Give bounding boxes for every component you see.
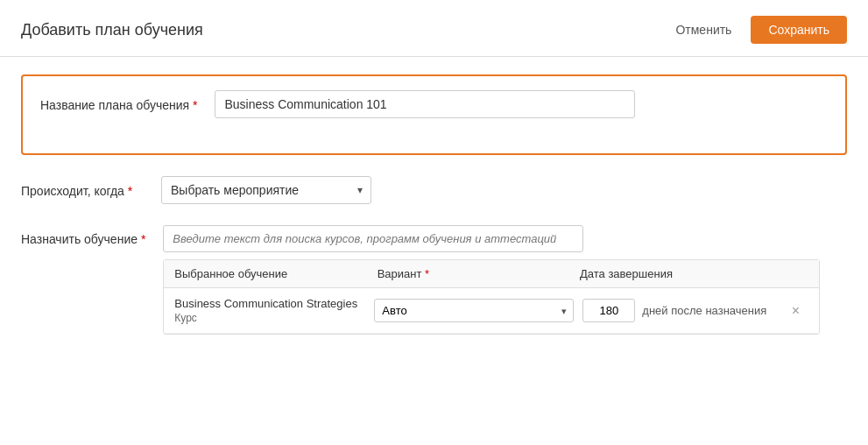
variant-select[interactable]: Авто [374,299,574,322]
plan-name-label: Название плана обучения * [40,90,215,115]
page-title: Добавить план обучения [21,21,203,39]
col-date-header: Дата завершения [580,267,782,280]
when-required: * [128,184,132,198]
assign-label: Назначить обучение * [21,225,163,246]
assign-content: Выбранное обучение Вариант * Дата заверш… [163,225,847,335]
header-actions: Отменить Сохранить [667,16,847,44]
training-table: Выбранное обучение Вариант * Дата заверш… [163,259,820,335]
table-header: Выбранное обучение Вариант * Дата заверш… [164,260,819,288]
when-label: Происходит, когда * [21,176,161,201]
required-indicator: * [193,98,197,112]
form-body: Название плана обучения * Происходит, ко… [0,57,868,373]
plan-name-row: Название плана обучения * [40,90,828,118]
days-label: дней после назначения [642,304,766,317]
assign-required: * [141,232,145,246]
plan-name-control [215,90,635,118]
col-action-header [782,267,808,280]
variant-select-wrapper: Авто ▾ [374,299,582,322]
when-select-wrapper: Выбрать мероприятие ▾ [161,176,371,204]
assign-row: Назначить обучение * Выбранное обучение … [21,225,847,335]
col-variant-header: Вариант * [378,267,580,280]
page-header: Добавить план обучения Отменить Сохранит… [0,0,868,57]
col-training-header: Выбранное обучение [174,267,377,280]
plan-name-section: Название плана обучения * [21,74,847,155]
save-button[interactable]: Сохранить [751,16,847,44]
training-search-input[interactable] [163,225,583,252]
course-type-label: Курс [174,312,374,324]
variant-required: * [425,267,429,280]
days-input[interactable] [582,299,635,322]
remove-row-button[interactable]: × [782,303,808,319]
assign-section: Назначить обучение * Выбранное обучение … [21,225,847,335]
table-row: Business Communication Strategies Курс А… [164,288,819,334]
training-name-cell: Business Communication Strategies Курс [174,297,374,324]
when-row: Происходит, когда * Выбрать мероприятие … [21,176,847,204]
plan-name-input[interactable] [215,90,635,118]
date-field: дней после назначения [582,299,782,322]
cancel-button[interactable]: Отменить [667,18,740,42]
when-control: Выбрать мероприятие ▾ [161,176,582,204]
when-select[interactable]: Выбрать мероприятие [161,176,371,204]
